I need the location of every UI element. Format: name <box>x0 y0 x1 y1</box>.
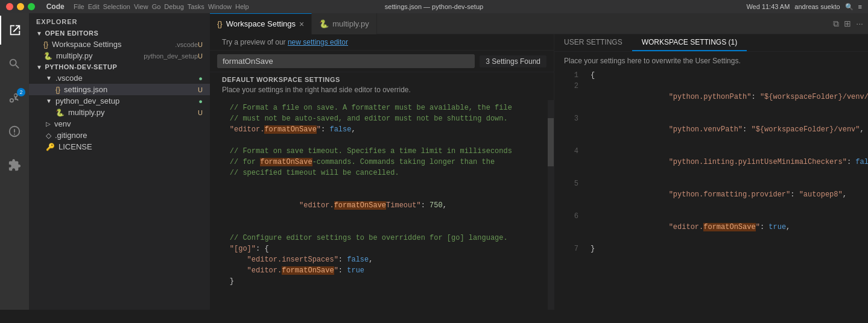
file-badge: U <box>198 86 203 93</box>
license-file[interactable]: 🔑 LICENSE <box>29 141 210 152</box>
file-name: multiply.py <box>56 51 141 60</box>
menu-debug[interactable]: Debug <box>164 3 183 10</box>
user-display: andreas suekto <box>794 3 840 10</box>
right-editor-pane: USER SETTINGS WORKSPACE SETTINGS (1) Pla… <box>554 34 868 310</box>
search-icon[interactable]: 🔍 <box>845 3 854 11</box>
search-input[interactable] <box>217 54 475 68</box>
code-line: // Format on save timeout. Specifies a t… <box>210 146 548 157</box>
search-bar: 3 Settings Found <box>210 51 554 72</box>
activity-search[interactable] <box>0 49 29 78</box>
file-name: multiply.py <box>68 108 198 117</box>
line-num: 5 <box>564 178 588 211</box>
code-line-5: 5 "python.formatting.provider": "autopep… <box>564 178 868 211</box>
left-code-area[interactable]: // Format a file on save. A formatter mu… <box>210 100 548 310</box>
vscode-folder[interactable]: ▼ .vscode ● <box>29 72 210 84</box>
tab-bar: {} Workspace Settings × 🐍 multiply.py ⧉ … <box>210 13 868 34</box>
scrollbar-thumb[interactable] <box>548 118 554 166</box>
split-editor-icon[interactable]: ⧉ <box>833 19 839 29</box>
tab-json-icon: {} <box>217 19 223 28</box>
menu-go[interactable]: Go <box>152 3 161 10</box>
activity-bar: 2 <box>0 13 29 310</box>
close-button[interactable] <box>6 3 13 10</box>
activity-debug[interactable] <box>0 117 29 146</box>
open-editor-multiply-py[interactable]: 🐍 multiply.py python_dev_setup U <box>29 50 210 61</box>
sidebar: Explorer ▼ Open Editors {} Workspace Set… <box>29 13 210 310</box>
main-container: 2 Explorer ▼ Open Editors {} Workspace S… <box>0 13 868 310</box>
more-tabs-icon[interactable]: ⊞ <box>844 19 851 29</box>
multiply-py-file[interactable]: 🐍 multiply.py U <box>29 107 210 118</box>
tab-workspace-settings[interactable]: {} Workspace Settings × <box>210 13 312 34</box>
settings-found-badge: 3 Settings Found <box>480 55 546 67</box>
line-content: "python.linting.pylintUseMinimalCheckers… <box>588 146 868 178</box>
menu-window[interactable]: Window <box>208 3 232 10</box>
code-line: "editor.formatOnSave": false, <box>210 124 548 135</box>
activity-source-control[interactable]: 2 <box>0 83 29 112</box>
file-icon: ◇ <box>46 131 51 140</box>
tab-workspace-settings-right[interactable]: WORKSPACE SETTINGS (1) <box>632 34 747 51</box>
file-extra: .vscode <box>175 41 198 48</box>
title-bar: Code File Edit Selection View Go Debug T… <box>0 0 868 13</box>
open-editor-workspace-settings[interactable]: {} Workspace Settings .vscode U <box>29 39 210 50</box>
notification-icon[interactable]: ≡ <box>858 3 862 10</box>
code-line-1: 1 { <box>564 70 868 81</box>
settings-tabs: USER SETTINGS WORKSPACE SETTINGS (1) <box>554 34 868 52</box>
menu-edit[interactable]: Edit <box>88 3 100 10</box>
venv-folder[interactable]: ▷ venv <box>29 118 210 130</box>
folder-badge: ● <box>198 75 203 82</box>
chevron-right-icon: ▼ <box>46 75 52 81</box>
file-badge-u: U <box>198 41 203 48</box>
folder-name: python_dev_setup <box>55 96 198 105</box>
menu-selection[interactable]: Selection <box>103 3 130 10</box>
code-line-3: 3 "python.venvPath": "${workspaceFolder}… <box>564 113 868 146</box>
activity-extensions[interactable] <box>0 151 29 180</box>
tab-label: Workspace Settings <box>226 19 296 28</box>
file-name: settings.json <box>64 85 198 94</box>
tab-close-button[interactable]: × <box>299 20 304 28</box>
gitignore-file[interactable]: ◇ .gitignore <box>29 130 210 141</box>
preview-text: Try a preview of our <box>222 38 288 46</box>
source-control-badge: 2 <box>17 88 25 96</box>
menu-tasks[interactable]: Tasks <box>188 3 204 10</box>
activity-explorer[interactable] <box>0 16 29 45</box>
time-display: Wed 11:43 AM <box>746 3 790 10</box>
file-name: LICENSE <box>59 142 203 151</box>
line-content: { <box>588 70 868 81</box>
line-content: "python.pythonPath": "${workspaceFolder}… <box>588 81 868 113</box>
tab-user-settings[interactable]: USER SETTINGS <box>554 34 632 51</box>
menu-view[interactable]: View <box>134 3 148 10</box>
line-content: "python.venvPath": "${workspaceFolder}/v… <box>588 113 868 146</box>
settings-json-file[interactable]: {} settings.json U <box>29 84 210 95</box>
code-line-4: 4 "python.linting.pylintUseMinimalChecke… <box>564 146 868 178</box>
line-content: "editor.formatOnSave": true, <box>588 211 868 243</box>
project-header[interactable]: ▼ PYTHON-DEV-SETUP <box>29 61 210 72</box>
code-line: // for formatOnSave-commands. Commands t… <box>210 157 548 168</box>
file-extra: python_dev_setup <box>144 52 198 60</box>
menu-help[interactable]: Help <box>235 3 249 10</box>
line-num: 3 <box>564 113 588 146</box>
file-name: Workspace Settings <box>52 40 173 49</box>
python-dev-setup-folder[interactable]: ▼ python_dev_setup ● <box>29 95 210 107</box>
new-settings-link[interactable]: new settings editor <box>288 38 348 46</box>
open-editors-label: Open Editors <box>45 30 98 37</box>
preview-bar: Try a preview of our new settings editor <box>210 34 554 51</box>
editor-area: {} Workspace Settings × 🐍 multiply.py ⧉ … <box>210 13 868 310</box>
tab-more-icon[interactable]: ··· <box>856 19 863 29</box>
code-line-7: 7 } <box>564 243 868 254</box>
open-editors-header[interactable]: ▼ Open Editors <box>29 28 210 39</box>
python-icon: 🐍 <box>55 108 65 117</box>
open-editors-section: ▼ Open Editors {} Workspace Settings .vs… <box>29 28 210 61</box>
tab-multiply-py[interactable]: 🐍 multiply.py <box>312 13 376 34</box>
menu-file[interactable]: File <box>74 3 84 10</box>
chevron-right-icon: ▼ <box>46 98 52 104</box>
code-line: "[go]": { <box>210 243 548 254</box>
editor-scrollbar[interactable] <box>548 100 554 310</box>
code-line-6: 6 "editor.formatOnSave": true, <box>564 211 868 243</box>
chevron-down-icon: ▼ <box>36 30 42 37</box>
line-num: 7 <box>564 243 588 254</box>
minimize-button[interactable] <box>17 3 24 10</box>
right-code-area[interactable]: 1 { 2 "python.pythonPath": "${workspaceF… <box>554 67 868 310</box>
chevron-right-icon: ▷ <box>46 121 51 127</box>
maximize-button[interactable] <box>28 3 35 10</box>
code-line <box>210 135 548 146</box>
python-file-icon: 🐍 <box>43 52 52 60</box>
